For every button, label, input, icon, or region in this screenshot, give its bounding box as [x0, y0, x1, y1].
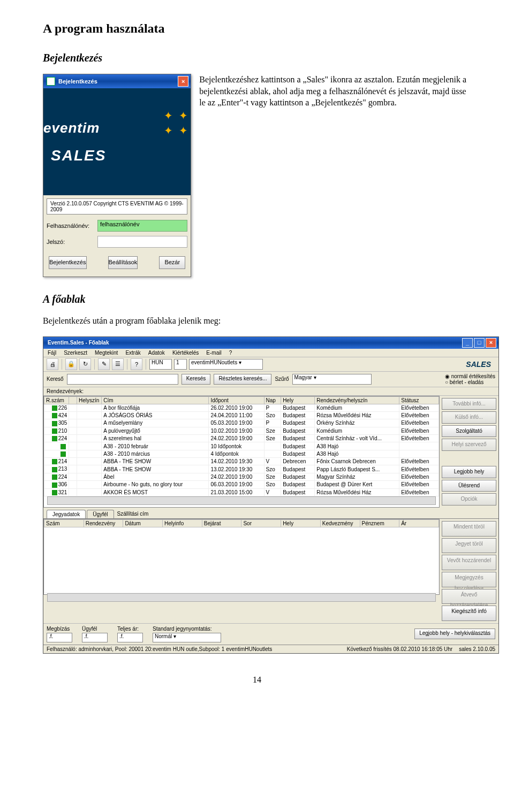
- tool2-icon[interactable]: ☰: [112, 358, 124, 370]
- column-header[interactable]: Hely: [281, 396, 315, 404]
- bestseat-button[interactable]: Legjobb hely - helykiválasztás: [414, 629, 495, 639]
- table-row[interactable]: A38 - 2010 február10 IdőpontokBudapestA3…: [44, 442, 439, 450]
- search-button[interactable]: Keresés: [182, 374, 211, 385]
- side-button[interactable]: Kiegészítő infó: [442, 606, 496, 621]
- column-header[interactable]: Nap: [264, 396, 281, 404]
- search-bar: Kereső Keresés Részletes keresés... Szűr…: [43, 372, 498, 387]
- menu-item[interactable]: Szerkeszt: [64, 350, 87, 356]
- column-header[interactable]: Státusz: [399, 396, 439, 404]
- total-value: .f.: [117, 633, 143, 642]
- close-button[interactable]: Bezár: [159, 256, 185, 269]
- column-header[interactable]: Pénznem: [360, 519, 399, 527]
- printer-icon[interactable]: 🖨: [47, 358, 58, 370]
- side-button[interactable]: Legjobb hely: [442, 466, 496, 478]
- lock-icon[interactable]: 🔒: [65, 358, 77, 370]
- table-row[interactable]: 213ABBA - THE SHOW13.02.2010 19:30SzoBud…: [44, 465, 439, 473]
- table-row[interactable]: 305A műselyemlány05.03.2010 19:00PBudape…: [44, 419, 439, 427]
- column-header[interactable]: Helyinfo: [163, 519, 202, 527]
- order-label: Megbízás: [47, 626, 72, 632]
- app-icon: [47, 77, 55, 86]
- customer-label: Ügyfél: [82, 626, 108, 632]
- version-label: Verzió 2.10.0.057 Copyright CTS EVENTIM …: [47, 198, 187, 215]
- table-row[interactable]: 224Ábel24.02.2010 19:00SzeBudapestMagyar…: [44, 473, 439, 480]
- search-label: Kereső: [47, 376, 64, 382]
- column-header[interactable]: Kedvezmény: [320, 519, 360, 527]
- paragraph-mainwindow: Bejelentkezés után a program főablaka je…: [43, 315, 471, 327]
- table-row[interactable]: 306Airbourne - No guts, no glory tour06.…: [44, 481, 439, 488]
- column-header[interactable]: Helyszín: [77, 396, 102, 404]
- column-header[interactable]: Cím: [102, 396, 209, 404]
- settings-button[interactable]: Beállítások: [108, 256, 138, 269]
- refresh-icon[interactable]: ↻: [79, 358, 91, 370]
- close-icon[interactable]: ×: [178, 76, 188, 87]
- table-row[interactable]: A38 - 2010 március4 IdőpontokBudapestA38…: [44, 450, 439, 457]
- table-row[interactable]: 226A bor filozófiája26.02.2010 19:00PBud…: [44, 404, 439, 411]
- help-icon[interactable]: ?: [131, 358, 142, 370]
- status-user: Felhasználó: adminhorvkari, Pool: 20001 …: [47, 646, 272, 652]
- menu-item[interactable]: ?: [229, 350, 232, 356]
- close-icon[interactable]: ×: [486, 338, 496, 348]
- horizontal-scrollbar[interactable]: [47, 593, 436, 602]
- num-field[interactable]: 1: [174, 359, 187, 370]
- menu-item[interactable]: Kiértékelés: [172, 350, 199, 356]
- password-input[interactable]: [97, 236, 187, 248]
- print-label: Standard jegynyomtatás:: [153, 626, 221, 632]
- menu-item[interactable]: E-mail: [206, 350, 221, 356]
- table-row[interactable]: 424A JÓSÁGOS ÓRIÁS24.04.2010 11:00SzoBud…: [44, 411, 439, 419]
- column-header[interactable]: [69, 396, 77, 404]
- search-input[interactable]: [67, 374, 178, 385]
- total-label: Teljes ár:: [117, 626, 143, 632]
- table-row[interactable]: 321AKKOR ÉS MOST21.03.2010 15:00VBudapes…: [44, 488, 439, 496]
- side-button: Vevőt hozzárendel: [442, 555, 496, 570]
- side-buttons-lower: Mindent törölJegyet törölVevőt hozzárend…: [440, 519, 498, 623]
- login-button[interactable]: Bejelentkezés: [49, 256, 87, 269]
- tab-shipping-label: Szállítási cím: [117, 511, 149, 517]
- print-dropdown[interactable]: Normál ▾: [153, 633, 221, 642]
- tool-icon[interactable]: ✎: [98, 358, 110, 370]
- column-header[interactable]: Szám: [44, 519, 84, 527]
- horizontal-scrollbar[interactable]: [47, 496, 436, 505]
- cart-grid[interactable]: SzámRendezvényDátumHelyinfoBejáratSorHel…: [43, 519, 440, 595]
- events-grid[interactable]: R.számHelyszínCímIdőpontNapHelyRendezvén…: [43, 396, 440, 508]
- order-value: .f.: [47, 633, 72, 642]
- column-header[interactable]: Rendezvény/helyszín: [315, 396, 399, 404]
- menubar: FájlSzerkesztMegtekintExtrákAdatokKiérté…: [43, 349, 498, 357]
- side-button[interactable]: Szolgáltató: [442, 425, 496, 438]
- column-header[interactable]: Dátum: [123, 519, 163, 527]
- sales-logo-toolbar: SALES: [466, 360, 495, 369]
- toolbar: 🖨 🔒 ↻ ✎ ☰ ? HUN 1 eventimHUNoutlets ▾ SA…: [43, 357, 498, 372]
- column-header[interactable]: Hely: [281, 519, 321, 527]
- lang-field[interactable]: HUN: [149, 359, 172, 370]
- minimize-icon[interactable]: _: [462, 338, 473, 348]
- table-row[interactable]: 210A pulóvergyűjtő10.02.2010 19:00SzeBud…: [44, 427, 439, 434]
- column-header[interactable]: R.szám: [44, 396, 69, 404]
- section-heading-login: Bejelentkezés: [43, 52, 471, 64]
- column-header[interactable]: Ár: [399, 519, 439, 527]
- column-header[interactable]: Bejárat: [202, 519, 241, 527]
- tab-customer[interactable]: Ügyfél: [87, 510, 114, 518]
- main-titlebar: Eventim.Sales - Főablak _ □ ×: [43, 337, 498, 349]
- column-header[interactable]: Időpont: [209, 396, 264, 404]
- brand-logo: eventim: [43, 120, 100, 136]
- menu-item[interactable]: Adatok: [148, 350, 165, 356]
- main-window-title: Eventim.Sales - Főablak: [48, 340, 109, 346]
- outlet-dropdown[interactable]: eventimHUNoutlets ▾: [189, 359, 263, 370]
- side-button: Mindent töröl: [442, 521, 496, 537]
- menu-item[interactable]: Megtekint: [95, 350, 118, 356]
- filter-dropdown[interactable]: Magyar ▾: [292, 374, 372, 385]
- table-row[interactable]: 224A szerelmes hal24.02.2010 19:00SzeBud…: [44, 435, 439, 442]
- column-header[interactable]: Sor: [241, 519, 281, 527]
- side-button: Helyi szervező: [442, 439, 496, 451]
- menu-item[interactable]: Extrák: [125, 350, 140, 356]
- table-row[interactable]: 214ABBA - THE SHOW14.02.2010 19:30VDebre…: [44, 458, 439, 465]
- detail-search-button[interactable]: Részletes keresés...: [214, 374, 271, 385]
- maximize-icon[interactable]: □: [474, 338, 485, 348]
- tab-ticketdata[interactable]: Jegyadatok: [47, 510, 86, 518]
- status-bar: Felhasználó: adminhorvkari, Pool: 20001 …: [43, 645, 498, 653]
- radio-normal-sale[interactable]: ◉ normál értékesítés: [445, 373, 495, 379]
- username-input[interactable]: felhasználónév: [97, 220, 187, 232]
- radio-season-sale[interactable]: ○ bérlet - eladás: [445, 379, 495, 385]
- side-button[interactable]: Ülésrend: [442, 480, 496, 492]
- menu-item[interactable]: Fájl: [48, 350, 56, 356]
- column-header[interactable]: Rendezvény: [84, 519, 123, 527]
